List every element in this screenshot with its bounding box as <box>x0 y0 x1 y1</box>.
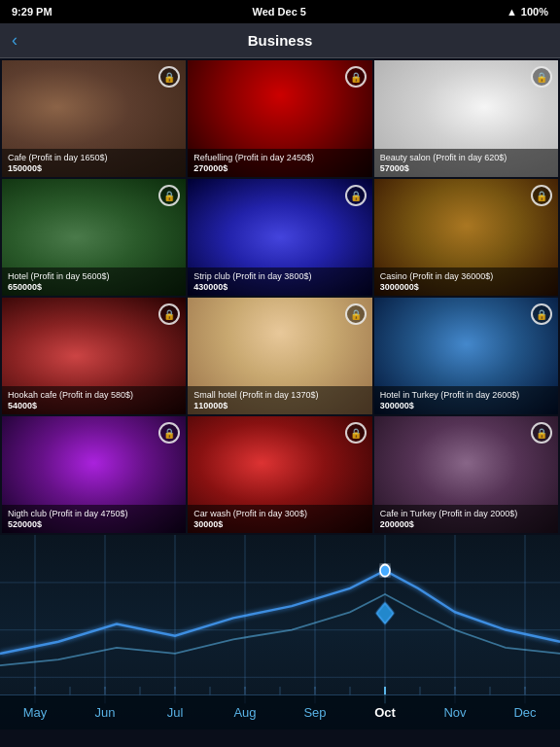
business-card-beauty-salon[interactable]: 🔒 Beauty salon (Profit in day 620$) 5700… <box>374 60 558 177</box>
svg-rect-12 <box>377 603 394 623</box>
card-title-hotel-turkey: Hotel in Turkey (Profit in day 2600$) <box>380 390 552 401</box>
card-overlay-cafe-turkey: Cafe in Turkey (Profit in day 2000$) 200… <box>374 505 558 533</box>
months-bar: MayJunJulAugSepOctNovDec <box>0 694 560 729</box>
month-label-jul[interactable]: Jul <box>140 705 210 720</box>
card-title-cafe-turkey: Cafe in Turkey (Profit in day 2000$) <box>380 509 552 519</box>
card-title-cafe: Cafe (Profit in day 1650$) <box>8 153 180 163</box>
lock-icon-strip-club: 🔒 <box>345 185 367 206</box>
business-card-cafe-turkey[interactable]: 🔒 Cafe in Turkey (Profit in day 2000$) 2… <box>374 416 558 533</box>
business-card-hotel-turkey[interactable]: 🔒 Hotel in Turkey (Profit in day 2600$) … <box>374 298 558 414</box>
month-label-nov[interactable]: Nov <box>420 705 490 720</box>
business-grid: 🔒 Cafe (Profit in day 1650$) 150000$ 🔒 R… <box>0 58 560 535</box>
lock-icon-small-hotel: 🔒 <box>345 303 367 325</box>
card-overlay-refuelling: Refuelling (Profit in day 2450$) 270000$ <box>188 149 371 177</box>
card-title-night-club: Nigth club (Profit in day 4750$) <box>8 509 180 519</box>
status-right: ▲ 100% <box>507 6 548 18</box>
card-overlay-hotel: Hotel (Profit in day 5600$) 650000$ <box>2 267 186 296</box>
card-price-hotel: 650000$ <box>8 282 180 292</box>
card-price-strip-club: 430000$ <box>193 282 366 292</box>
card-price-night-club: 520000$ <box>8 519 180 529</box>
card-price-small-hotel: 110000$ <box>193 401 366 410</box>
card-title-hotel: Hotel (Profit in day 5600$) <box>8 271 180 282</box>
card-title-beauty-salon: Beauty salon (Profit in day 620$) <box>380 153 552 163</box>
timeline-area: MayJunJulAugSepOctNovDec <box>0 535 560 729</box>
business-card-hotel[interactable]: 🔒 Hotel (Profit in day 5600$) 650000$ <box>2 179 186 296</box>
lock-icon-hotel-turkey: 🔒 <box>531 303 552 325</box>
business-card-night-club[interactable]: 🔒 Nigth club (Profit in day 4750$) 52000… <box>2 416 186 533</box>
card-price-hookah-cafe: 54000$ <box>8 401 180 410</box>
card-title-strip-club: Strip club (Profit in day 3800$) <box>193 271 366 282</box>
card-overlay-strip-club: Strip club (Profit in day 3800$) 430000$ <box>188 267 371 296</box>
card-price-car-wash: 30000$ <box>193 519 366 529</box>
battery-icon: 100% <box>521 6 548 18</box>
lock-icon-beauty-salon: 🔒 <box>531 66 552 88</box>
page-title: Business <box>248 32 313 49</box>
back-button[interactable]: ‹ <box>12 30 18 51</box>
business-card-car-wash[interactable]: 🔒 Car wash (Profit in day 300$) 30000$ <box>188 416 371 533</box>
lock-icon-car-wash: 🔒 <box>345 422 367 444</box>
svg-point-11 <box>380 564 390 576</box>
card-overlay-hotel-turkey: Hotel in Turkey (Profit in day 2600$) 30… <box>374 386 558 414</box>
status-bar: 9:29 PM Wed Dec 5 ▲ 100% <box>0 0 560 23</box>
card-overlay-casino: Casino (Profit in day 36000$) 3000000$ <box>374 267 558 296</box>
business-card-cafe[interactable]: 🔒 Cafe (Profit in day 1650$) 150000$ <box>2 60 186 177</box>
card-overlay-hookah-cafe: Hookah cafe (Profit in day 580$) 54000$ <box>2 386 186 414</box>
card-title-hookah-cafe: Hookah cafe (Profit in day 580$) <box>8 390 180 401</box>
card-price-refuelling: 270000$ <box>193 163 366 173</box>
card-price-cafe-turkey: 200000$ <box>380 519 552 529</box>
card-price-beauty-salon: 57000$ <box>380 163 552 173</box>
month-label-may[interactable]: May <box>0 705 70 720</box>
business-card-small-hotel[interactable]: 🔒 Small hotel (Profit in day 1370$) 1100… <box>188 298 371 414</box>
status-date: Wed Dec 5 <box>52 6 507 18</box>
business-card-casino[interactable]: 🔒 Casino (Profit in day 36000$) 3000000$ <box>374 179 558 296</box>
status-time: 9:29 PM <box>12 6 52 18</box>
lock-icon-refuelling: 🔒 <box>345 66 367 88</box>
lock-icon-cafe-turkey: 🔒 <box>531 422 552 444</box>
month-label-sep[interactable]: Sep <box>280 705 350 720</box>
card-price-casino: 3000000$ <box>380 282 552 292</box>
month-label-aug[interactable]: Aug <box>210 705 280 720</box>
card-overlay-night-club: Nigth club (Profit in day 4750$) 520000$ <box>2 505 186 533</box>
card-title-refuelling: Refuelling (Profit in day 2450$) <box>193 153 366 163</box>
business-card-hookah-cafe[interactable]: 🔒 Hookah cafe (Profit in day 580$) 54000… <box>2 298 186 414</box>
month-label-jun[interactable]: Jun <box>70 705 140 720</box>
card-overlay-cafe: Cafe (Profit in day 1650$) 150000$ <box>2 149 186 177</box>
business-card-strip-club[interactable]: 🔒 Strip club (Profit in day 3800$) 43000… <box>188 179 371 296</box>
card-overlay-car-wash: Car wash (Profit in day 300$) 30000$ <box>188 505 371 533</box>
card-title-car-wash: Car wash (Profit in day 300$) <box>193 509 366 519</box>
card-overlay-small-hotel: Small hotel (Profit in day 1370$) 110000… <box>188 386 371 414</box>
card-price-hotel-turkey: 300000$ <box>380 401 552 410</box>
card-overlay-beauty-salon: Beauty salon (Profit in day 620$) 57000$ <box>374 149 558 177</box>
card-title-casino: Casino (Profit in day 36000$) <box>380 271 552 282</box>
lock-icon-casino: 🔒 <box>531 185 552 206</box>
business-card-refuelling[interactable]: 🔒 Refuelling (Profit in day 2450$) 27000… <box>188 60 371 177</box>
month-label-oct[interactable]: Oct <box>350 705 420 720</box>
nav-bar: ‹ Business <box>0 23 560 58</box>
card-price-cafe: 150000$ <box>8 163 180 173</box>
month-label-dec[interactable]: Dec <box>490 705 560 720</box>
wifi-icon: ▲ <box>507 6 517 18</box>
card-title-small-hotel: Small hotel (Profit in day 1370$) <box>193 390 366 401</box>
